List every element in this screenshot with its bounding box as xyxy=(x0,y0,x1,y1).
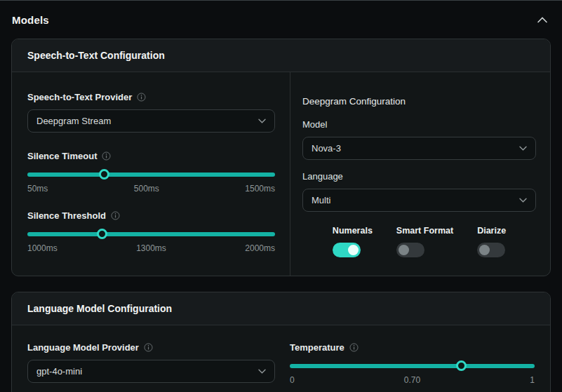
silence-timeout-slider-handle[interactable] xyxy=(99,169,109,180)
info-icon[interactable] xyxy=(144,343,153,352)
numerals-toggle-group: Numerals xyxy=(333,226,373,257)
chevron-up-icon xyxy=(537,17,547,23)
silence-timeout-label: Silence Timeout xyxy=(27,151,275,161)
stt-card-header: Speech-to-Text Configuration xyxy=(12,39,550,72)
info-icon[interactable] xyxy=(349,343,359,352)
collapse-section-button[interactable] xyxy=(535,14,550,26)
llm-provider-select[interactable]: gpt-4o-mini xyxy=(27,360,275,383)
temperature-slider-handle[interactable] xyxy=(456,360,467,371)
smart-format-toggle[interactable] xyxy=(396,243,424,257)
chevron-down-icon xyxy=(519,198,527,203)
toggle-knob xyxy=(399,245,409,255)
llm-card-title: Language Model Configuration xyxy=(27,303,535,314)
stt-card-title: Speech-to-Text Configuration xyxy=(27,50,535,61)
temperature-label: Temperature xyxy=(290,342,535,353)
info-icon[interactable] xyxy=(137,93,146,102)
silence-threshold-slider-handle[interactable] xyxy=(97,229,107,239)
info-icon[interactable] xyxy=(102,151,111,161)
chevron-down-icon xyxy=(519,146,527,151)
stt-provider-label: Speech-to-Text Provider xyxy=(27,92,275,102)
silence-threshold-label: Silence Threshold xyxy=(27,210,275,221)
numerals-label: Numerals xyxy=(333,226,373,236)
deepgram-language-label: Language xyxy=(302,171,536,182)
chevron-down-icon xyxy=(258,369,266,374)
diarize-toggle-group: Diarize xyxy=(477,226,506,257)
silence-timeout-ticks: 50ms 500ms 1500ms xyxy=(27,184,275,194)
silence-timeout-slider[interactable] xyxy=(27,173,275,177)
page-title: Models xyxy=(12,14,49,26)
smart-format-label: Smart Format xyxy=(396,226,453,236)
toggle-knob xyxy=(348,245,359,255)
silence-threshold-ticks: 1000ms 1300ms 2000ms xyxy=(27,243,275,253)
models-section-header: Models xyxy=(0,1,562,39)
deepgram-toggle-row: Numerals Smart Format Diarize xyxy=(302,226,536,257)
llm-card-header: Language Model Configuration xyxy=(12,292,550,325)
temperature-ticks: 0 0.70 1 xyxy=(290,375,535,385)
deepgram-configuration-title: Deepgram Configuration xyxy=(302,96,536,107)
stt-provider-select[interactable]: Deepgram Stream xyxy=(27,109,275,133)
info-icon[interactable] xyxy=(111,211,120,220)
temperature-slider[interactable] xyxy=(290,364,535,368)
diarize-toggle[interactable] xyxy=(477,243,505,257)
deepgram-model-select[interactable]: Nova-3 xyxy=(302,137,536,160)
toggle-knob xyxy=(479,245,490,255)
silence-threshold-slider[interactable] xyxy=(27,232,275,236)
deepgram-language-select[interactable]: Multi xyxy=(302,189,536,212)
llm-configuration-card: Language Model Configuration Language Mo… xyxy=(11,292,551,392)
deepgram-model-label: Model xyxy=(302,119,536,130)
llm-provider-label: Language Model Provider xyxy=(27,342,275,353)
stt-configuration-card: Speech-to-Text Configuration Speech-to-T… xyxy=(11,39,551,276)
numerals-toggle[interactable] xyxy=(333,243,361,257)
diarize-label: Diarize xyxy=(477,226,506,236)
chevron-down-icon xyxy=(258,119,266,123)
smart-format-toggle-group: Smart Format xyxy=(396,226,453,257)
